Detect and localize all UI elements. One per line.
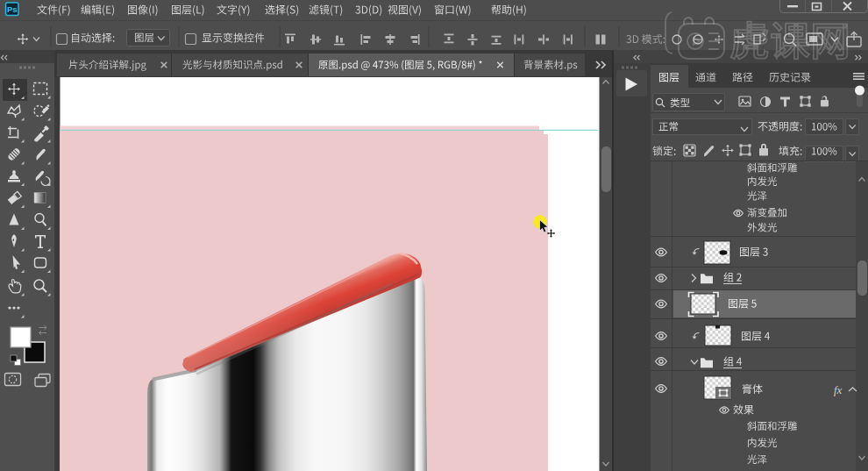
svg-text:Ps: Ps: [7, 4, 18, 14]
